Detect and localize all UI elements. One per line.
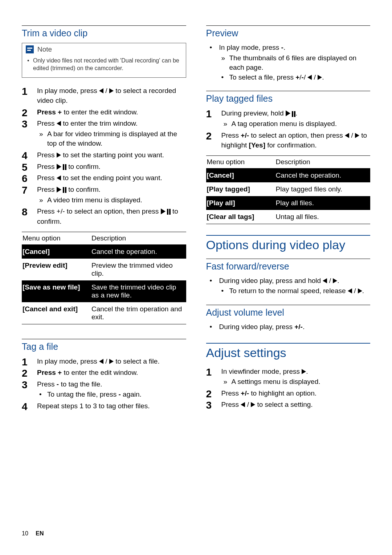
note-label: Note: [37, 45, 52, 53]
table-row: [Preview edit] Preview the trimmed video…: [22, 259, 186, 280]
note-icon: [26, 45, 34, 53]
trim-options-table: Menu option Description [Cancel] Cancel …: [22, 232, 186, 324]
result-text: A tag operation menu is displayed.: [221, 119, 371, 129]
right-arrow-icon: [302, 369, 306, 374]
left-arrow-icon: [307, 75, 312, 80]
page-number: 10: [22, 530, 28, 536]
trim-title: Trim a video clip: [22, 28, 186, 39]
fast-forward-title: Fast forward/reverse: [206, 261, 371, 272]
right-arrow-icon: [57, 153, 61, 158]
right-arrow-icon: [109, 359, 114, 364]
preview-list: In play mode, press -. The thumbnails of…: [206, 43, 371, 82]
play-pause-icon: [286, 109, 295, 119]
result-text: A bar for video trimming is displayed at…: [37, 129, 186, 149]
play-tagged-title: Play tagged files: [206, 93, 371, 104]
result-text: A settings menu is displayed.: [221, 377, 371, 387]
left-arrow-icon: [57, 121, 61, 126]
left-arrow-icon: [323, 278, 327, 283]
step-text: In play mode, press: [37, 87, 99, 94]
table-row: [Play tagged] Play tagged files only.: [206, 182, 371, 196]
table-row: [Cancel and exit] Cancel the trim operat…: [22, 302, 186, 324]
right-arrow-icon: [318, 75, 322, 80]
play-tagged-table: Menu option Description [Cancel] Cancel …: [206, 155, 371, 224]
left-arrow-icon: [99, 359, 103, 364]
col-description: Description: [91, 232, 186, 244]
left-arrow-icon: [348, 288, 352, 293]
page-language: EN: [36, 530, 44, 536]
table-row: [Save as new file] Save the trimmed vide…: [22, 280, 186, 302]
page-footer: 10 EN: [22, 530, 44, 537]
tag-title: Tag a file: [22, 341, 186, 352]
right-arrow-icon: [355, 133, 359, 138]
play-pause-icon: [161, 206, 171, 216]
play-pause-icon: [57, 185, 66, 195]
right-arrow-icon: [251, 402, 255, 407]
col-menu-option: Menu option: [22, 232, 91, 244]
play-tagged-steps: During preview, hold . A tag operation m…: [206, 108, 371, 150]
adjust-volume-title: Adjust volume level: [206, 307, 371, 318]
trim-steps: In play mode, press / to select a record…: [22, 86, 186, 227]
left-arrow-icon: [345, 133, 349, 138]
left-arrow-icon: [99, 88, 103, 93]
table-row: [Cancel] Cancel the operation.: [206, 168, 371, 182]
result-text: The thumbnails of 6 files are displayed …: [219, 53, 371, 73]
play-pause-icon: [57, 162, 66, 172]
ff-list: During video play, press and hold / . To…: [206, 276, 371, 296]
adjust-steps: In viewfinder mode, press . A settings m…: [206, 366, 371, 410]
note-box: Note Only video files not recorded with …: [22, 43, 186, 78]
tag-steps: In play mode, press / to select a file. …: [22, 356, 186, 411]
left-arrow-icon: [241, 402, 245, 407]
adjust-settings-heading: Adjust settings: [206, 346, 371, 360]
right-arrow-icon: [358, 288, 362, 293]
note-text: Only video files not recorded with 'Dual…: [22, 56, 186, 77]
left-arrow-icon: [57, 175, 61, 181]
right-arrow-icon: [109, 88, 114, 93]
volume-list: During video play, press +/-.: [206, 322, 371, 332]
col-description: Description: [275, 155, 370, 168]
table-row: [Cancel] Cancel the operation.: [22, 244, 186, 259]
right-arrow-icon: [333, 278, 337, 283]
options-heading: Options during video play: [206, 238, 371, 252]
table-row: [Play all] Play all files.: [206, 196, 371, 210]
preview-title: Preview: [206, 28, 371, 39]
result-text: A video trim menu is displayed.: [37, 195, 186, 205]
col-menu-option: Menu option: [206, 155, 275, 168]
table-row: [Clear all tags] Untag all files.: [206, 210, 371, 224]
